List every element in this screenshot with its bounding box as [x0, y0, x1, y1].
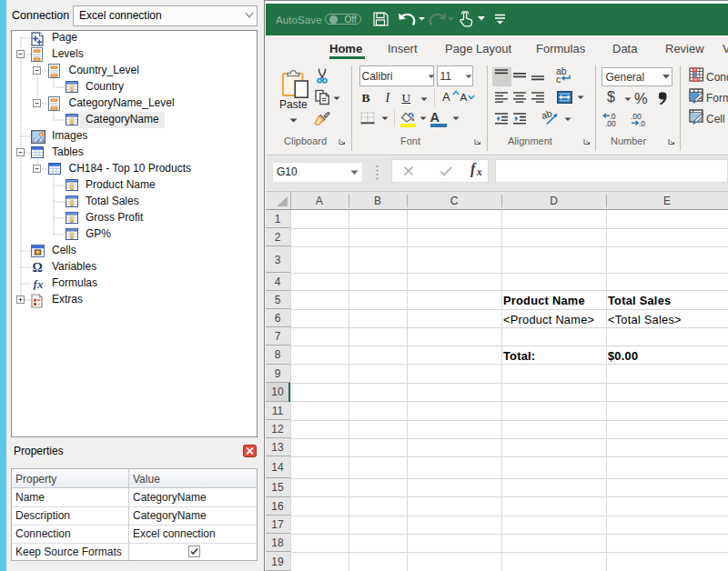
svg-text:c: c	[556, 74, 561, 85]
svg-text:Ω: Ω	[32, 261, 42, 274]
svg-text:.0: .0	[639, 119, 645, 126]
svg-text:.00: .00	[605, 119, 616, 126]
svg-text:fx: fx	[34, 277, 44, 290]
